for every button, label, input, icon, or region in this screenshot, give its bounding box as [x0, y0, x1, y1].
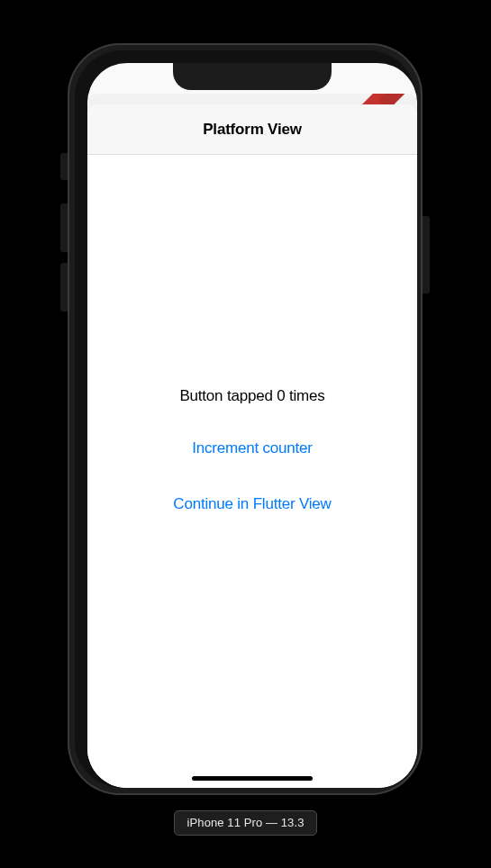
modal-sheet: Platform View Button tapped 0 times Incr… — [87, 104, 417, 788]
nav-title: Platform View — [203, 121, 302, 139]
sheet-body: Button tapped 0 times Increment counter … — [87, 155, 417, 788]
power-button — [423, 216, 430, 294]
screen-root: Platform View Button tapped 0 times Incr… — [87, 63, 417, 788]
continue-flutter-button[interactable]: Continue in Flutter View — [87, 495, 417, 513]
device-label-pill: iPhone 11 Pro — 13.3 — [174, 810, 318, 836]
volume-down-button — [60, 263, 68, 312]
home-indicator[interactable] — [192, 776, 313, 781]
nav-bar: Platform View — [87, 104, 417, 155]
counter-label: Button tapped 0 times — [87, 387, 417, 405]
device-notch — [173, 63, 332, 90]
silence-switch — [60, 153, 68, 180]
increment-counter-button[interactable]: Increment counter — [87, 439, 417, 457]
volume-up-button — [60, 203, 68, 252]
device-frame: Platform View Button tapped 0 times Incr… — [68, 43, 423, 795]
device-bezel: Platform View Button tapped 0 times Incr… — [75, 50, 415, 788]
device-screen: Platform View Button tapped 0 times Incr… — [87, 63, 417, 788]
